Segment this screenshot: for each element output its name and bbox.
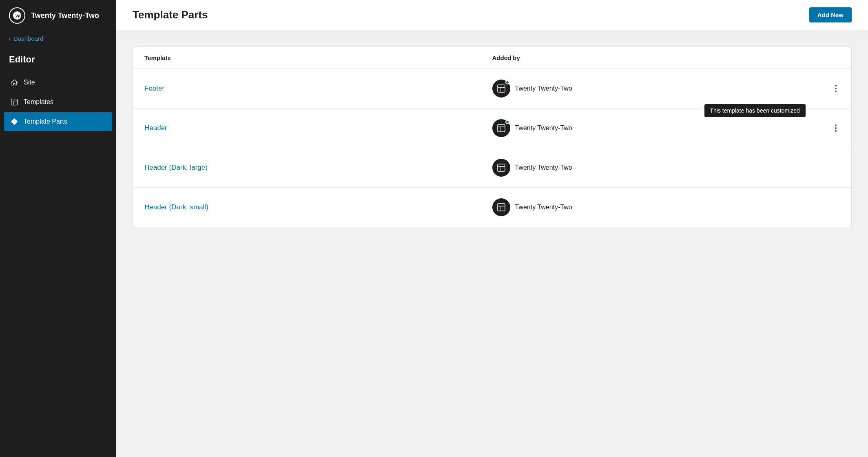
sidebar: Twenty Twenty-Two ‹ Dashboard Editor Sit…: [0, 0, 116, 457]
table-row: Footer Twenty Twenty-Two: [133, 69, 851, 109]
added-by-cell-header-dark-small: Twenty Twenty-Two: [492, 198, 840, 216]
menu-dot: [835, 130, 837, 132]
main-content: Template Parts Add New Template Added by…: [116, 0, 868, 457]
template-link-footer[interactable]: Footer: [144, 84, 492, 93]
row-menu-button-footer[interactable]: [832, 83, 840, 94]
editor-section-title: Editor: [0, 50, 116, 73]
customized-dot-footer: [505, 80, 509, 84]
svg-rect-13: [498, 204, 505, 211]
sidebar-item-site-label: Site: [24, 79, 35, 86]
theme-icon-wrap-header-dark-large: [492, 159, 510, 177]
template-parts-table: Template Added by Footer: [133, 47, 852, 227]
sidebar-item-site[interactable]: Site: [4, 73, 112, 92]
theme-name-header-dark-small: Twenty Twenty-Two: [515, 204, 572, 211]
theme-icon-wrap-footer: [492, 80, 510, 98]
layout-icon-footer: [496, 84, 506, 93]
layout-icon: [10, 98, 19, 106]
sidebar-nav: Site Templates Template Parts: [0, 73, 116, 131]
added-by-cell-header-dark-large: Twenty Twenty-Two: [492, 159, 840, 177]
sidebar-item-templates-label: Templates: [24, 98, 53, 106]
added-by-cell-footer: Twenty Twenty-Two This template has been…: [492, 80, 840, 98]
back-label: Dashboard: [13, 35, 43, 42]
page-title: Template Parts: [133, 9, 208, 21]
diamond-icon: [10, 117, 19, 126]
layout-icon-header-dark-large: [496, 163, 506, 173]
menu-dot: [835, 127, 837, 129]
svg-rect-0: [11, 99, 18, 105]
menu-dot: [835, 91, 837, 92]
house-icon: [10, 78, 19, 87]
svg-rect-7: [498, 124, 505, 132]
added-by-cell-header: Twenty Twenty-Two: [492, 119, 840, 137]
theme-name-header-dark-large: Twenty Twenty-Two: [515, 164, 572, 171]
menu-dot: [835, 88, 837, 89]
dashboard-back-link[interactable]: ‹ Dashboard: [0, 31, 116, 50]
svg-rect-10: [498, 164, 505, 171]
menu-dot: [835, 85, 837, 87]
theme-name-header: Twenty Twenty-Two: [515, 124, 572, 132]
col-header-added-by: Added by: [492, 54, 840, 61]
template-link-header[interactable]: Header: [144, 124, 492, 132]
table-row: Header (Dark, small) Twenty Twenty-Two: [133, 188, 851, 227]
back-chevron-icon: ‹: [9, 35, 11, 42]
sidebar-item-template-parts[interactable]: Template Parts: [4, 112, 112, 131]
theme-icon-wrap-header-dark-small: [492, 198, 510, 216]
template-link-header-dark-small[interactable]: Header (Dark, small): [144, 203, 492, 211]
add-new-button[interactable]: Add New: [809, 7, 852, 22]
theme-name-footer: Twenty Twenty-Two: [515, 85, 572, 92]
row-menu-button-header[interactable]: [832, 123, 840, 133]
wp-logo-icon: [12, 11, 22, 20]
customized-dot-header: [505, 120, 509, 124]
table-row: Header Twenty Twenty-Two: [133, 109, 851, 148]
sidebar-header: Twenty Twenty-Two: [0, 0, 116, 31]
table-header: Template Added by: [133, 47, 851, 69]
theme-icon-header-dark-small: [492, 198, 510, 216]
table-row: Header (Dark, large) Twenty Twenty-Two: [133, 148, 851, 188]
menu-dot: [835, 124, 837, 126]
sidebar-item-template-parts-label: Template Parts: [24, 118, 67, 125]
site-title: Twenty Twenty-Two: [31, 11, 99, 20]
main-body: Template Added by Footer: [116, 30, 868, 457]
wordpress-logo: [9, 7, 25, 24]
layout-icon-header: [496, 123, 506, 133]
col-header-template: Template: [144, 54, 492, 61]
sidebar-item-templates[interactable]: Templates: [4, 93, 112, 111]
main-header: Template Parts Add New: [116, 0, 868, 30]
svg-marker-3: [11, 118, 18, 125]
svg-rect-4: [498, 85, 505, 92]
layout-icon-header-dark-small: [496, 202, 506, 212]
template-link-header-dark-large[interactable]: Header (Dark, large): [144, 164, 492, 172]
theme-icon-header-dark-large: [492, 159, 510, 177]
theme-icon-wrap-header: [492, 119, 510, 137]
